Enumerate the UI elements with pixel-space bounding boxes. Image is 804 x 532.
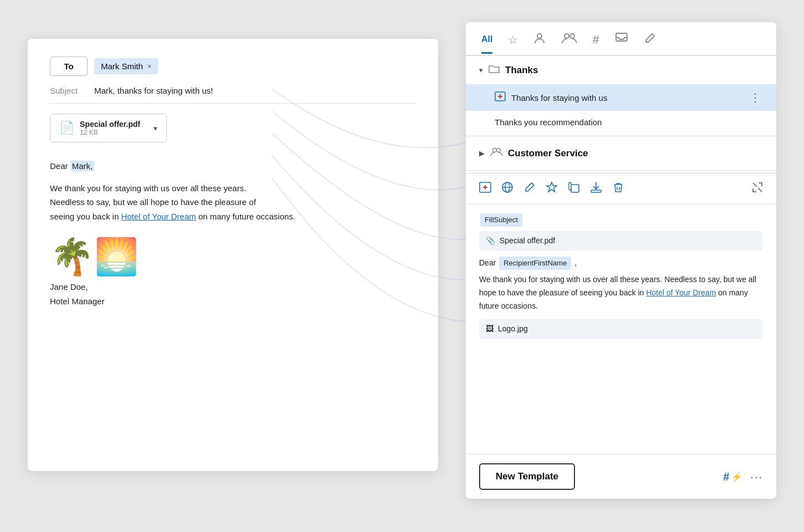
subject-value: Mark, thanks for staying with us! (94, 86, 213, 95)
template-insert-icon (495, 91, 506, 104)
tab-hashtag[interactable]: # (592, 33, 599, 55)
template-more-icon[interactable]: ⋮ (750, 91, 761, 104)
action-trash-icon[interactable] (612, 181, 624, 196)
template-item-thanks-staying[interactable]: Thanks for staying with us ⋮ (466, 84, 776, 111)
tab-team[interactable] (561, 32, 577, 55)
body-line3-end: on many future occasions. (199, 212, 296, 221)
folder-icon (488, 64, 500, 76)
recipient-chip[interactable]: Mark Smith × (94, 58, 158, 74)
attachment-size: 12 KB (80, 129, 140, 136)
attachment-row: 📄 Special offer.pdf 12 KB ▾ (50, 114, 416, 142)
signature-title: Hotel Manager (50, 294, 416, 309)
to-label: To (50, 57, 88, 76)
svg-rect-11 (591, 190, 601, 192)
folder-thanks[interactable]: ▾ Thanks (466, 56, 776, 84)
action-copy-icon[interactable] (568, 181, 580, 196)
remove-recipient-button[interactable]: × (147, 62, 152, 70)
preview-hotel-link[interactable]: Hotel of Your Dream (646, 288, 716, 297)
subject-label: Subject (50, 86, 88, 95)
attachment-chevron-icon: ▾ (154, 124, 157, 132)
attachment-name: Special offer.pdf (80, 120, 140, 129)
hash-icon: # (723, 470, 729, 483)
template-item-thanks-recommendation[interactable]: Thanks you recommendation (466, 111, 776, 134)
preview-body: We thank you for staying with us over al… (479, 273, 763, 313)
body-line2: Needless to say, but we all hope to have… (50, 197, 256, 207)
divider (466, 136, 776, 136)
tab-all-label: All (481, 34, 492, 44)
template-list: ▾ Thanks Thanks for staying with us (466, 56, 776, 454)
bottom-hash-icon: # ⚡ (723, 470, 742, 483)
pdf-icon: 📄 (59, 121, 74, 135)
folder-cs-chevron-icon: ▶ (479, 149, 485, 157)
signature-name: Jane Doe, (50, 280, 416, 294)
panel-tab-bar: All ☆ (466, 22, 776, 56)
folder-chevron-icon: ▾ (479, 66, 483, 74)
tab-edit[interactable] (644, 32, 656, 55)
svg-point-6 (497, 149, 501, 152)
image-icon: 🖼 (486, 323, 493, 336)
action-download-icon[interactable] (590, 181, 602, 196)
paperclip-icon: 📎 (486, 234, 495, 248)
template-preview: FillSubject 📎 Special offer.pdf Dear Rec… (466, 204, 776, 352)
body-paragraph: We thank you for staying with us over al… (50, 181, 416, 224)
folder-cs-name: Customer Service (508, 148, 588, 159)
recipient-name: Mark Smith (101, 62, 143, 71)
folder-cs-icon (490, 146, 502, 160)
template-panel: All ☆ (466, 22, 776, 499)
divider2 (466, 170, 776, 171)
subject-row: Subject Mark, thanks for staying with us… (50, 86, 416, 104)
bottom-more-icon[interactable]: ··· (750, 470, 763, 483)
tab-inbox[interactable] (615, 32, 628, 55)
team-icon (561, 32, 577, 47)
greeting-text: Dear (50, 161, 68, 171)
svg-point-0 (537, 34, 542, 38)
attachment-box[interactable]: 📄 Special offer.pdf 12 KB ▾ (50, 114, 167, 142)
panel-bottom-bar: New Template # ⚡ ··· (466, 454, 776, 499)
edit-tab-icon (644, 32, 656, 47)
lightning-icon: ⚡ (731, 472, 742, 482)
svg-rect-10 (571, 185, 579, 192)
email-body: Dear Mark, We thank you for staying with… (50, 159, 416, 308)
greeting-name: Mark, (70, 161, 95, 171)
email-compose-card: To Mark Smith × Subject Mark, thanks for… (28, 39, 438, 471)
tab-favorites[interactable]: ☆ (508, 33, 518, 54)
action-edit-icon[interactable] (523, 181, 536, 196)
tab-all[interactable]: All (481, 34, 492, 54)
preview-logo-name: Logo.jpg (498, 323, 528, 336)
svg-point-2 (570, 34, 574, 38)
hashtag-icon: # (592, 33, 599, 47)
preview-attachment-name: Special offer.pdf (500, 234, 555, 248)
favorites-icon: ☆ (508, 33, 518, 47)
email-greeting: Dear Mark, (50, 159, 416, 173)
action-bar (466, 173, 776, 204)
preview-subject-tag: FillSubject (480, 213, 522, 227)
hotel-link[interactable]: Hotel of Your Dream (121, 212, 196, 221)
svg-point-1 (564, 34, 569, 38)
to-row: To Mark Smith × (50, 57, 416, 76)
action-globe-icon[interactable] (501, 181, 513, 196)
svg-point-5 (493, 149, 497, 152)
preview-attachment: 📎 Special offer.pdf (479, 231, 763, 251)
template-name-thanks-recommendation: Thanks you recommendation (495, 117, 761, 127)
body-line3: seeing you back in (50, 212, 119, 221)
action-star-icon[interactable] (546, 181, 558, 196)
preview-recipient-tag: RecipientFirstName (499, 257, 571, 270)
preview-subject-line: FillSubject (479, 213, 763, 227)
person-icon (533, 32, 546, 47)
inbox-icon (615, 32, 628, 47)
folder-customer-service[interactable]: ▶ Customer Service (466, 139, 776, 168)
preview-logo-attachment: 🖼 Logo.jpg (479, 319, 763, 339)
template-name-thanks-staying: Thanks for staying with us (511, 93, 744, 103)
action-expand-icon[interactable] (752, 182, 763, 196)
new-template-button[interactable]: New Template (479, 463, 575, 490)
svg-rect-3 (616, 33, 627, 41)
attachment-info: Special offer.pdf 12 KB (80, 120, 140, 136)
body-line1: We thank you for staying with us over al… (50, 183, 246, 193)
action-insert-icon[interactable] (479, 182, 491, 196)
tab-personal[interactable] (533, 32, 546, 55)
preview-dear-line: Dear RecipientFirstName , (479, 257, 763, 270)
palm-tree-image: 🌴🌅 (50, 239, 416, 274)
folder-thanks-name: Thanks (505, 65, 538, 76)
signature: Jane Doe, Hotel Manager (50, 280, 416, 308)
